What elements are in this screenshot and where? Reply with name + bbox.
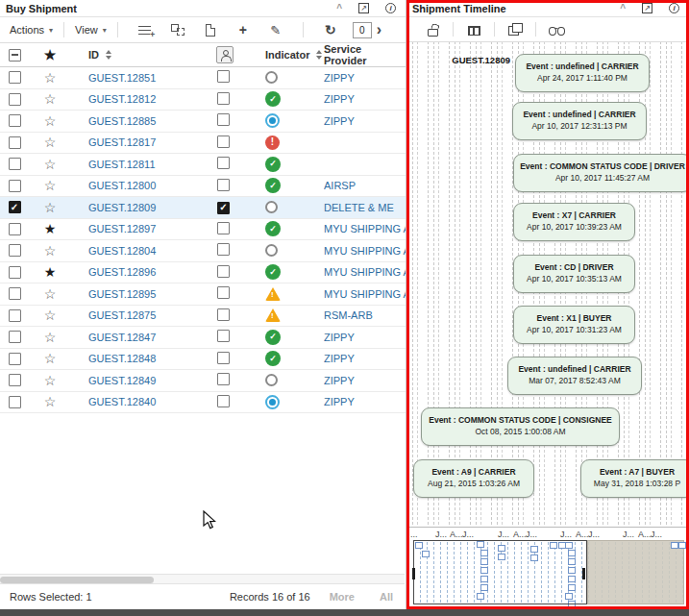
row-select-checkbox[interactable] bbox=[9, 180, 21, 192]
row-star[interactable]: ☆ bbox=[44, 308, 57, 322]
row-provider-link[interactable]: DELETE & ME bbox=[324, 202, 406, 213]
row-star[interactable]: ☆ bbox=[44, 244, 57, 258]
row-select-checkbox[interactable] bbox=[9, 287, 21, 300]
add-to-table-button[interactable] bbox=[135, 21, 156, 38]
row-select-checkbox[interactable] bbox=[9, 396, 21, 408]
table-row[interactable]: ☆GUEST.12849ZIPPY bbox=[0, 370, 406, 392]
all-button[interactable]: All bbox=[380, 591, 393, 603]
timeline-event[interactable]: Event : X7 | CARRIERApr 10, 2017 10:39:2… bbox=[513, 203, 635, 241]
open-in-new-window-icon[interactable]: ↗ bbox=[642, 3, 652, 13]
row-select-checkbox[interactable] bbox=[9, 331, 21, 343]
record-count-input[interactable]: 0 bbox=[353, 22, 372, 38]
row-select-checkbox[interactable] bbox=[9, 136, 21, 149]
row-id-link[interactable]: GUEST.12840 bbox=[88, 396, 156, 407]
table-row[interactable]: ★GUEST.12896MYU SHIPPING AGE bbox=[0, 262, 406, 284]
minimap-selection-window[interactable] bbox=[413, 540, 587, 604]
row-star[interactable]: ☆ bbox=[44, 395, 57, 408]
table-row[interactable]: ☆GUEST.12800AIRSP bbox=[0, 176, 406, 198]
row-id-link[interactable]: GUEST.12804 bbox=[88, 245, 156, 257]
row-select-checkbox[interactable] bbox=[9, 309, 21, 322]
table-row[interactable]: ☆GUEST.12804MYU SHIPPING AGE bbox=[0, 240, 406, 262]
row-select-checkbox[interactable] bbox=[9, 353, 21, 365]
row-flag-checkbox[interactable] bbox=[217, 352, 230, 364]
info-icon[interactable]: i bbox=[669, 3, 679, 13]
row-select-checkbox[interactable] bbox=[9, 374, 21, 386]
row-select-checkbox[interactable] bbox=[9, 71, 21, 84]
row-star[interactable]: ☆ bbox=[44, 92, 57, 106]
row-id-link[interactable]: GUEST.12817 bbox=[88, 136, 156, 148]
row-id-link[interactable]: GUEST.12847 bbox=[88, 332, 156, 343]
row-flag-checkbox[interactable] bbox=[217, 395, 230, 407]
timeline-event[interactable]: Event : undefined | CARRIERApr 24, 2017 … bbox=[515, 54, 650, 92]
timeline-event[interactable]: Event : COMMON STATUS CODE | CONSIGNEEOc… bbox=[421, 407, 620, 446]
row-id-link[interactable]: GUEST.12811 bbox=[88, 159, 156, 170]
row-star[interactable]: ☆ bbox=[44, 201, 57, 214]
row-star[interactable]: ☆ bbox=[44, 114, 57, 128]
collapse-panel-icon[interactable]: ^ bbox=[336, 5, 342, 12]
hierarchy-button[interactable] bbox=[167, 21, 188, 38]
row-id-link[interactable]: GUEST.12849 bbox=[88, 375, 156, 386]
sort-icon[interactable] bbox=[106, 50, 111, 60]
row-flag-checkbox[interactable] bbox=[217, 157, 230, 169]
row-provider-link[interactable]: MYU SHIPPING AGE bbox=[324, 223, 406, 234]
row-select-checkbox[interactable] bbox=[9, 93, 21, 106]
table-row[interactable]: ☆GUEST.12851ZIPPY bbox=[0, 67, 406, 89]
row-provider-link[interactable]: AIRSP bbox=[324, 180, 406, 191]
table-row[interactable]: ☆GUEST.12895MYU SHIPPING AGE bbox=[0, 283, 406, 306]
table-row[interactable]: ☆GUEST.12809DELETE & ME bbox=[0, 197, 406, 219]
row-id-link[interactable]: GUEST.12812 bbox=[88, 93, 156, 105]
row-select-checkbox[interactable] bbox=[9, 201, 21, 213]
minimap-right-handle[interactable] bbox=[582, 568, 585, 579]
timeline-event[interactable]: Event : undefined | CARRIERApr 10, 2017 … bbox=[512, 102, 647, 140]
row-star[interactable]: ☆ bbox=[44, 331, 57, 344]
table-row[interactable]: ☆GUEST.12812ZIPPY bbox=[0, 89, 406, 111]
row-provider-link[interactable]: RSM-ARB bbox=[324, 309, 406, 321]
row-flag-checkbox[interactable] bbox=[217, 330, 230, 342]
row-flag-checkbox[interactable] bbox=[217, 70, 230, 83]
more-button[interactable]: More bbox=[330, 591, 355, 603]
row-star[interactable]: ☆ bbox=[44, 352, 57, 365]
favorite-star-header-icon[interactable]: ★ bbox=[44, 48, 57, 62]
toolbar-overflow-chevron[interactable]: › bbox=[377, 22, 381, 37]
row-flag-checkbox[interactable] bbox=[217, 265, 230, 278]
timeline-minimap[interactable] bbox=[413, 540, 684, 604]
row-star[interactable]: ★ bbox=[44, 222, 57, 235]
row-id-link[interactable]: GUEST.12848 bbox=[88, 353, 156, 364]
columns-button[interactable] bbox=[462, 20, 485, 39]
timeline-event[interactable]: Event : A9 | CARRIERAug 21, 2015 1:03:26… bbox=[413, 459, 534, 498]
table-row[interactable]: ★GUEST.12897MYU SHIPPING AGE bbox=[0, 219, 406, 241]
minimap-left-handle[interactable] bbox=[412, 568, 415, 579]
row-star[interactable]: ☆ bbox=[44, 71, 57, 85]
timeline-event[interactable]: Event : X1 | BUYERApr 10, 2017 10:31:23 … bbox=[513, 306, 635, 344]
timeline-event[interactable]: Event : COMMON STATUS CODE | DRIVERApr 1… bbox=[513, 154, 689, 192]
table-row[interactable]: ☆GUEST.12817 bbox=[0, 133, 406, 155]
row-provider-link[interactable]: ZIPPY bbox=[324, 375, 406, 386]
timeline-event[interactable]: Event : A7 | BUYERMay 31, 2018 1:03:28 P bbox=[580, 459, 689, 498]
cascade-windows-button[interactable] bbox=[504, 20, 527, 39]
timeline-event[interactable]: Event : CD | DRIVERApr 10, 2017 10:35:13… bbox=[513, 255, 635, 293]
scrollbar-thumb[interactable] bbox=[0, 577, 154, 583]
open-in-new-window-icon[interactable]: ↗ bbox=[358, 3, 369, 13]
row-flag-checkbox[interactable] bbox=[217, 136, 230, 148]
indicator-column-header[interactable]: Indicator bbox=[265, 49, 324, 61]
row-select-checkbox[interactable] bbox=[9, 158, 21, 170]
actions-menu-button[interactable]: Actions ▾ bbox=[10, 24, 53, 36]
horizontal-scrollbar[interactable] bbox=[0, 574, 405, 583]
row-flag-checkbox[interactable] bbox=[217, 179, 230, 191]
sort-icon[interactable] bbox=[316, 50, 322, 60]
row-flag-checkbox[interactable] bbox=[217, 308, 230, 321]
row-id-link[interactable]: GUEST.12885 bbox=[88, 115, 156, 127]
row-star[interactable]: ☆ bbox=[44, 179, 57, 192]
row-id-link[interactable]: GUEST.12896 bbox=[88, 266, 156, 278]
new-document-button[interactable] bbox=[200, 21, 221, 38]
select-all-checkbox[interactable] bbox=[9, 49, 21, 62]
edit-button[interactable]: ✎ bbox=[265, 21, 286, 38]
row-star[interactable]: ☆ bbox=[44, 287, 57, 301]
row-id-link[interactable]: GUEST.12851 bbox=[88, 72, 156, 84]
id-column-header[interactable]: ID bbox=[71, 49, 215, 61]
row-select-checkbox[interactable] bbox=[9, 266, 21, 279]
person-filter-button[interactable] bbox=[216, 46, 234, 63]
unlock-button[interactable] bbox=[421, 20, 444, 39]
row-flag-checkbox[interactable] bbox=[217, 222, 230, 234]
row-provider-link[interactable]: MYU SHIPPING AGE bbox=[324, 288, 406, 300]
